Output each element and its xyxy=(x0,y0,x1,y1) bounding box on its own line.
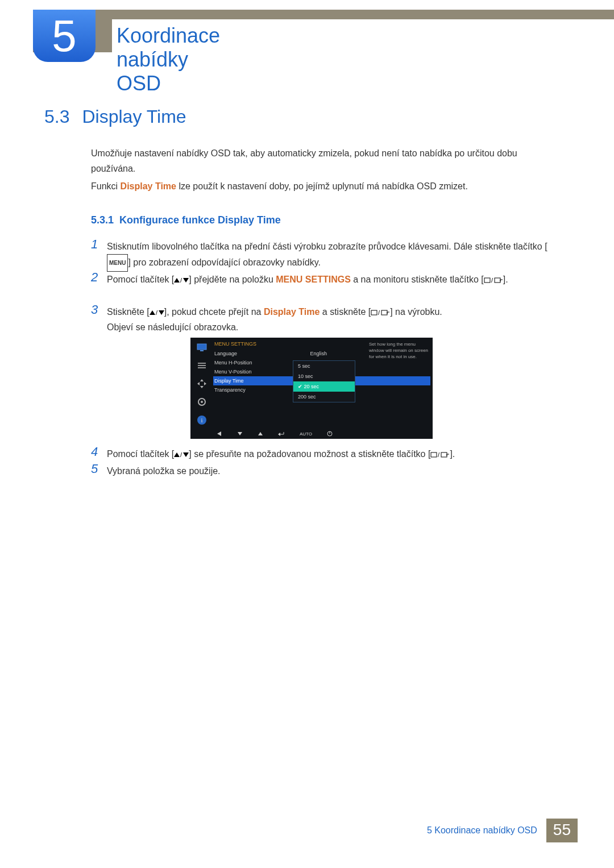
step-1: 1 Stisknutím libovolného tlačítka na pře… xyxy=(91,239,561,272)
osd-option: 10 sec xyxy=(293,371,355,381)
power-icon xyxy=(327,431,333,437)
svg-marker-26 xyxy=(238,432,242,435)
move-icon xyxy=(196,377,208,390)
step-5: 5 Vybraná položka se použije. xyxy=(91,463,561,479)
subsection-number: 5.3.1 xyxy=(91,214,114,226)
svg-rect-15 xyxy=(198,365,206,366)
svg-rect-5 xyxy=(495,278,500,283)
up-down-icon: / xyxy=(174,451,189,458)
gear-icon xyxy=(196,396,208,408)
svg-marker-19 xyxy=(197,382,200,385)
svg-marker-6 xyxy=(150,310,155,315)
svg-rect-16 xyxy=(198,367,206,368)
svg-marker-2 xyxy=(183,278,189,283)
svg-marker-20 xyxy=(204,382,206,385)
step-2: 2 Pomocí tlačítek [/] přejděte na položk… xyxy=(91,272,561,287)
chapter-badge: 5 xyxy=(33,10,96,62)
svg-text:/: / xyxy=(438,451,440,458)
up-icon xyxy=(258,431,263,436)
section-title: Display Time xyxy=(82,106,186,127)
svg-rect-9 xyxy=(371,310,377,315)
svg-marker-0 xyxy=(174,278,180,283)
chapter-number: 5 xyxy=(52,10,76,62)
step-number: 1 xyxy=(91,237,98,252)
svg-rect-14 xyxy=(198,363,206,364)
svg-rect-34 xyxy=(431,452,437,457)
step-number: 5 xyxy=(91,462,98,476)
osd-option: 200 sec xyxy=(293,392,355,402)
svg-rect-3 xyxy=(484,278,490,283)
svg-text:/: / xyxy=(180,277,182,284)
svg-marker-25 xyxy=(217,431,221,436)
section-number: 5.3 xyxy=(44,106,69,127)
osd-dropdown: 5 sec 10 sec ✔ 20 sec 200 sec xyxy=(293,360,355,402)
step-number: 3 xyxy=(91,302,98,317)
svg-rect-12 xyxy=(197,344,206,350)
footer-chapter-label: 5 Koordinace nabídky OSD xyxy=(418,819,546,842)
osd-footer: AUTO xyxy=(213,430,430,438)
emph-display-time: Display Time xyxy=(264,307,320,317)
svg-rect-11 xyxy=(381,310,387,315)
menu-key-icon: MENU xyxy=(107,254,128,272)
auto-label: AUTO xyxy=(300,431,312,437)
subsection-heading: 5.3.1 Konfigurace funkce Display Time xyxy=(91,214,281,226)
step-4: 4 Pomocí tlačítek [/] se přesuňte na pož… xyxy=(91,446,561,462)
monitor-icon xyxy=(196,341,208,354)
section-heading: 5.3Display Time xyxy=(44,106,186,127)
intro-paragraph-2: Funkci Display Time lze použít k nastave… xyxy=(91,178,561,194)
svg-marker-31 xyxy=(174,452,180,457)
svg-marker-18 xyxy=(200,386,204,388)
check-icon: ✔ xyxy=(298,384,302,389)
chapter-title: Koordinace nabídky OSD xyxy=(112,19,614,100)
enter-key-icon: / xyxy=(484,277,503,284)
list-icon xyxy=(196,359,208,372)
svg-text:i: i xyxy=(201,417,202,423)
osd-option: 5 sec xyxy=(293,361,355,371)
step-number: 2 xyxy=(91,270,98,285)
up-down-icon: / xyxy=(150,309,164,316)
enter-key-icon: / xyxy=(371,309,390,316)
info-icon: i xyxy=(196,414,208,426)
emph-menu-settings: MENU SETTINGS xyxy=(276,275,351,284)
return-icon xyxy=(278,431,285,437)
intro-paragraph-1: Umožňuje nastavení nabídky OSD tak, aby … xyxy=(91,146,561,176)
subsection-title: Konfigurace funkce Display Time xyxy=(119,214,281,226)
emph-display-time: Display Time xyxy=(121,181,176,191)
page-number: 55 xyxy=(546,819,578,842)
down-icon xyxy=(237,431,243,436)
osd-option-selected: ✔ 20 sec xyxy=(293,381,355,392)
svg-marker-17 xyxy=(200,379,204,381)
step-3: 3 Stiskněte [/], pokud chcete přejít na … xyxy=(91,304,561,335)
svg-marker-8 xyxy=(159,310,164,315)
svg-marker-28 xyxy=(278,433,280,436)
enter-key-icon: / xyxy=(430,451,450,458)
osd-help-text: Set how long the menu window will remain… xyxy=(369,341,430,360)
step-number: 4 xyxy=(91,445,98,459)
svg-point-22 xyxy=(201,401,203,403)
page-footer: 5 Koordinace nabídky OSD 55 xyxy=(418,819,578,842)
osd-sidebar: i xyxy=(194,341,210,426)
svg-text:/: / xyxy=(378,309,380,316)
up-down-icon: / xyxy=(174,277,189,284)
svg-rect-13 xyxy=(200,350,204,351)
svg-rect-36 xyxy=(441,452,447,457)
svg-text:/: / xyxy=(156,309,158,316)
svg-marker-27 xyxy=(258,432,263,435)
left-icon xyxy=(217,431,222,436)
svg-text:/: / xyxy=(491,277,493,284)
svg-marker-33 xyxy=(183,452,189,457)
osd-screenshot: i MENU SETTINGS LanguageEnglish Menu H-P… xyxy=(190,338,433,439)
svg-text:/: / xyxy=(180,451,182,458)
